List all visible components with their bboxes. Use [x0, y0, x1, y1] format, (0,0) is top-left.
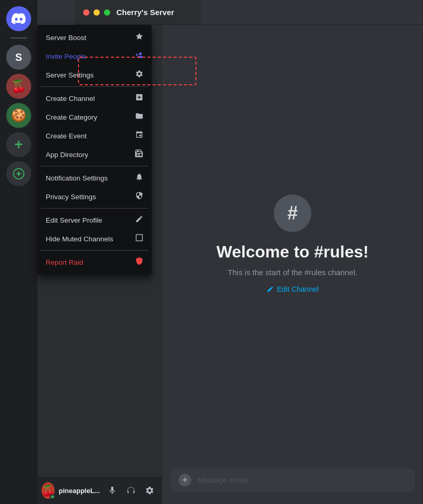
dropdown-item-edit-server-profile[interactable]: Edit Server Profile: [41, 211, 149, 229]
settings-gear-icon: [135, 70, 143, 80]
create-event-label: Create Event: [46, 132, 87, 140]
notification-settings-label: Notification Settings: [46, 174, 108, 182]
edit-pencil-icon: [135, 215, 143, 225]
create-channel-icon: [135, 93, 143, 104]
discord-home-icon[interactable]: [6, 6, 31, 31]
server-icon-cookie[interactable]: 🍪: [6, 103, 31, 128]
edit-channel-label: Edit Channel: [277, 285, 319, 293]
welcome-hash-icon: #: [287, 202, 298, 224]
invite-icon: [135, 51, 143, 61]
server-icon-cherry[interactable]: 🍒: [6, 74, 31, 99]
create-channel-label: Create Channel: [46, 95, 95, 102]
create-category-label: Create Category: [46, 113, 97, 121]
cherry-emoji: 🍒: [11, 79, 27, 94]
message-placeholder[interactable]: Message #rules: [197, 476, 406, 484]
svg-marker-1: [15, 171, 22, 177]
status-dot: [50, 494, 55, 499]
plus-icon: +: [182, 475, 188, 486]
message-bar: + Message #rules: [162, 469, 423, 504]
server-settings-label: Server Settings: [46, 71, 94, 79]
dropdown-item-app-directory[interactable]: App Directory: [41, 145, 149, 164]
invite-people-label: Invite People: [46, 53, 86, 60]
attach-button[interactable]: +: [179, 474, 191, 486]
server-icon-s[interactable]: S: [6, 45, 31, 70]
cookie-emoji: 🍪: [11, 108, 27, 123]
user-controls: [104, 482, 158, 499]
username-label: pineappleL...: [59, 487, 100, 495]
app-directory-icon: [135, 149, 143, 160]
separator-4: [41, 250, 149, 251]
discover-servers-button[interactable]: [6, 161, 31, 186]
window-titlebar: Cherry's Server: [75, 0, 201, 25]
report-raid-icon: [135, 257, 143, 267]
dropdown-item-invite-people[interactable]: Invite People: [41, 47, 149, 66]
svg-rect-2: [136, 235, 142, 241]
dropdown-item-server-settings[interactable]: Server Settings: [41, 66, 149, 84]
user-avatar: 🍒: [42, 482, 55, 499]
hide-channels-icon: [135, 234, 143, 244]
app-directory-label: App Directory: [46, 151, 88, 159]
close-button[interactable]: [83, 9, 89, 16]
server-boost-label: Server Boost: [46, 34, 86, 42]
main-layout: Cherry's Server ▼ 🔊 gaming 🔊 kickback 🍒 …: [37, 0, 423, 504]
headphones-button[interactable]: [123, 482, 139, 499]
dropdown-menu: Server Boost Invite People Server Settin…: [37, 25, 152, 275]
dropdown-item-notification-settings[interactable]: Notification Settings: [41, 169, 149, 187]
boost-icon: [135, 32, 143, 43]
separator-2: [41, 166, 149, 166]
settings-button[interactable]: [141, 482, 158, 499]
dropdown-item-create-category[interactable]: Create Category: [41, 108, 149, 126]
dropdown-item-create-event[interactable]: Create Event: [41, 126, 149, 145]
mic-button[interactable]: [104, 482, 121, 499]
privacy-settings-label: Privacy Settings: [46, 193, 96, 201]
welcome-description: This is the start of the #rules channel.: [228, 268, 357, 277]
dropdown-item-create-channel[interactable]: Create Channel: [41, 89, 149, 108]
content-body: # Welcome to #rules! This is the start o…: [162, 25, 423, 504]
notification-icon: [135, 173, 143, 183]
server-title[interactable]: Cherry's Server: [116, 8, 174, 17]
add-server-button[interactable]: +: [6, 132, 31, 157]
message-input-container: + Message #rules: [170, 469, 415, 492]
traffic-lights: [83, 9, 110, 16]
create-category-icon: [135, 112, 143, 122]
separator-1: [41, 86, 149, 87]
privacy-icon: [135, 191, 143, 202]
edit-channel-link[interactable]: Edit Channel: [267, 285, 319, 293]
edit-server-profile-label: Edit Server Profile: [46, 216, 102, 224]
welcome-title: Welcome to #rules!: [217, 242, 369, 262]
dropdown-item-hide-muted-channels[interactable]: Hide Muted Channels: [41, 229, 149, 248]
user-bar: 🍒 pineappleL...: [37, 477, 162, 504]
welcome-icon-circle: #: [274, 195, 311, 232]
dropdown-item-privacy-settings[interactable]: Privacy Settings: [41, 187, 149, 206]
separator-3: [41, 208, 149, 209]
server-bar: S 🍒 🍪 +: [0, 0, 37, 504]
create-event-icon: [135, 131, 143, 141]
minimize-button[interactable]: [94, 9, 100, 16]
dropdown-item-server-boost[interactable]: Server Boost: [41, 28, 149, 47]
report-raid-label: Report Raid: [46, 259, 83, 266]
hide-muted-channels-label: Hide Muted Channels: [46, 235, 113, 243]
dropdown-item-report-raid[interactable]: Report Raid: [41, 253, 149, 272]
content-header: # rules: [162, 0, 423, 25]
server-divider: [10, 37, 27, 38]
maximize-button[interactable]: [104, 9, 110, 16]
